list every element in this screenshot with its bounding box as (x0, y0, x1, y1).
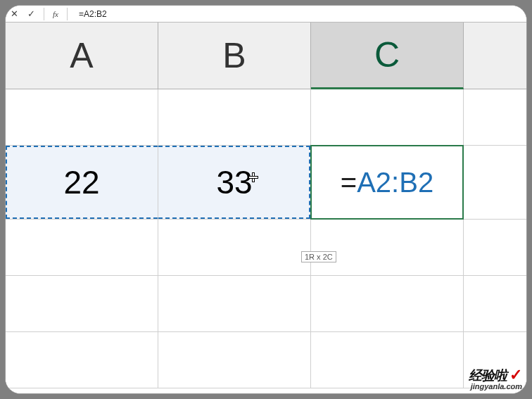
cell-a5[interactable] (6, 332, 158, 388)
cell-d1[interactable] (464, 89, 526, 146)
col-header-b[interactable]: B (158, 23, 311, 89)
cell-a3[interactable] (6, 220, 158, 276)
row-3 (6, 220, 526, 276)
cell-c3[interactable] (311, 220, 464, 276)
column-header-row: A B C (6, 23, 526, 89)
formula-bar: ✕ ✓ fx (6, 6, 526, 23)
cell-b4[interactable] (158, 276, 311, 332)
selection-size-tooltip: 1R x 2C (301, 251, 336, 262)
cell-reference: A2:B2 (357, 167, 433, 198)
col-header-blank[interactable] (464, 23, 526, 89)
cell-b1[interactable] (158, 89, 311, 146)
cell-c1[interactable] (311, 89, 464, 146)
separator (67, 8, 68, 20)
check-icon: ✓ (509, 366, 522, 384)
watermark-title: 经验啦 (469, 368, 507, 383)
row-2: 22 33 =A2:B2 (6, 146, 526, 220)
cell-d3[interactable] (464, 220, 526, 276)
cell-a1[interactable] (6, 89, 158, 146)
cell-a2[interactable]: 22 (6, 146, 158, 220)
row-4 (6, 276, 526, 332)
cell-c5[interactable] (311, 332, 464, 388)
sheet-area[interactable]: A B C 22 33 (6, 23, 526, 393)
watermark-url: jingyanla.com (469, 383, 522, 391)
accept-icon[interactable]: ✓ (25, 8, 37, 20)
watermark: 经验啦✓ jingyanla.com (469, 367, 522, 391)
row-5 (6, 332, 526, 388)
cell-b3[interactable] (158, 220, 311, 276)
equals-sign: = (341, 167, 357, 198)
cell-d2[interactable] (464, 146, 526, 220)
fx-icon[interactable]: fx (51, 10, 60, 18)
row-1 (6, 89, 526, 146)
cell-c4[interactable] (311, 276, 464, 332)
cell-b2[interactable]: 33 (158, 146, 311, 220)
cell-formula: =A2:B2 (341, 167, 433, 198)
cancel-icon[interactable]: ✕ (8, 8, 20, 20)
separator (44, 8, 44, 20)
col-header-a[interactable]: A (6, 23, 158, 89)
cell-value: 22 (63, 163, 99, 201)
cell-d4[interactable] (464, 276, 526, 332)
col-header-c[interactable]: C (311, 23, 464, 89)
spreadsheet-window: ✕ ✓ fx A B C 22 (5, 5, 527, 394)
formula-input[interactable] (75, 9, 524, 19)
cell-c2[interactable]: =A2:B2 (311, 146, 464, 220)
cell-b5[interactable] (158, 332, 311, 388)
cell-a4[interactable] (6, 276, 158, 332)
cell-value: 33 (216, 163, 252, 201)
